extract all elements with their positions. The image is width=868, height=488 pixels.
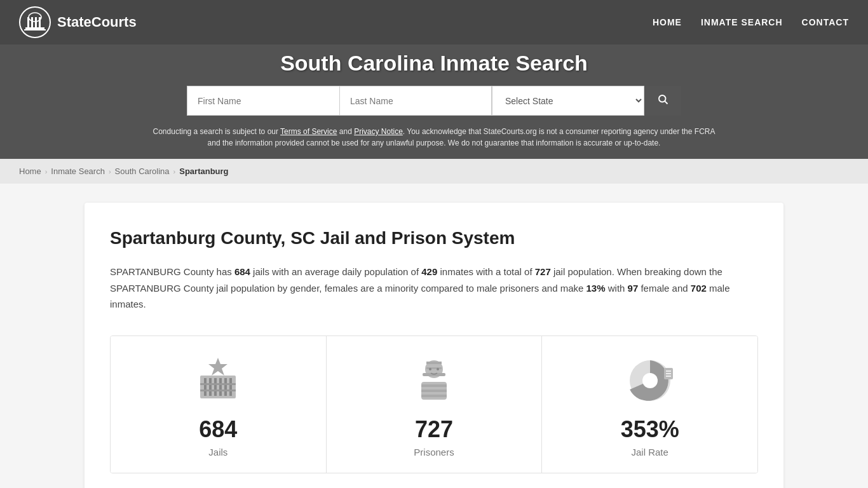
svg-rect-30: [421, 395, 447, 397]
search-button[interactable]: [644, 86, 681, 116]
prisoners-label: Prisoners: [414, 447, 454, 458]
nav-inmate-search[interactable]: INMATE SEARCH: [701, 17, 783, 27]
main-content: Spartanburg County, SC Jail and Prison S…: [85, 203, 783, 488]
svg-rect-28: [421, 384, 447, 387]
svg-rect-24: [426, 367, 442, 369]
header-title: South Carolina Inmate Search: [13, 51, 855, 76]
desc-female-count: 97: [628, 283, 639, 294]
search-bar: Select StateAlabamaAlaskaArizonaArkansas…: [13, 86, 855, 116]
svg-rect-23: [426, 365, 442, 367]
site-header: StateCourts HOME INMATE SEARCH CONTACT S…: [0, 0, 868, 159]
breadcrumb: Home › Inmate Search › South Carolina › …: [0, 159, 868, 184]
svg-rect-13: [209, 378, 212, 396]
last-name-input[interactable]: [339, 86, 492, 116]
breadcrumb-inmate-search[interactable]: Inmate Search: [51, 166, 105, 176]
svg-rect-29: [421, 390, 447, 392]
svg-rect-2: [27, 17, 29, 27]
jail-rate-number: 353%: [621, 416, 679, 443]
logo-icon: [19, 6, 51, 38]
jails-label: Jails: [208, 447, 227, 458]
description: SPARTANBURG County has 684 jails with an…: [110, 264, 758, 313]
disclaimer: Conducting a search is subject to our Te…: [148, 126, 720, 159]
svg-rect-17: [229, 378, 232, 396]
breadcrumb-home[interactable]: Home: [19, 166, 41, 176]
svg-point-32: [642, 373, 658, 388]
breadcrumb-sep-3: ›: [173, 168, 176, 175]
svg-rect-6: [25, 27, 44, 29]
navbar: StateCourts HOME INMATE SEARCH CONTACT: [0, 0, 868, 44]
svg-point-26: [437, 368, 439, 370]
nav-contact[interactable]: CONTACT: [802, 17, 849, 27]
desc-jails: 684: [234, 266, 250, 277]
desc-total-pop: 727: [535, 266, 551, 277]
desc-avg-pop: 429: [421, 266, 437, 277]
svg-rect-14: [214, 378, 217, 396]
svg-rect-3: [31, 17, 33, 27]
svg-rect-18: [200, 383, 236, 385]
breadcrumb-sep-1: ›: [45, 168, 48, 175]
svg-rect-16: [224, 378, 227, 396]
jail-rate-label: Jail Rate: [632, 447, 668, 458]
page-heading: Spartanburg County, SC Jail and Prison S…: [110, 228, 758, 248]
jails-number: 684: [199, 416, 237, 443]
svg-rect-22: [426, 362, 442, 364]
nav-home[interactable]: HOME: [653, 17, 682, 27]
stat-card-jails: 684 Jails: [111, 336, 327, 473]
svg-point-8: [659, 95, 666, 102]
privacy-link[interactable]: Privacy Notice: [354, 127, 403, 136]
terms-link[interactable]: Terms of Service: [280, 127, 337, 136]
breadcrumb-current: Spartanburg: [179, 166, 228, 176]
svg-point-25: [429, 368, 431, 370]
prisoner-icon: [409, 355, 459, 406]
svg-line-9: [665, 101, 667, 104]
svg-rect-15: [219, 378, 222, 396]
first-name-input[interactable]: [187, 86, 339, 116]
desc-male-count: 702: [691, 283, 707, 294]
nav-links: HOME INMATE SEARCH CONTACT: [653, 17, 849, 27]
breadcrumb-state[interactable]: South Carolina: [115, 166, 170, 176]
logo-area[interactable]: StateCourts: [19, 6, 653, 38]
svg-rect-4: [35, 17, 37, 27]
svg-rect-12: [204, 378, 207, 396]
svg-marker-10: [208, 358, 227, 376]
svg-rect-19: [200, 390, 236, 391]
state-select[interactable]: Select StateAlabamaAlaskaArizonaArkansas…: [492, 86, 644, 116]
desc-county: SPARTANBURG: [110, 266, 181, 277]
desc-female-pct: 13%: [587, 283, 606, 294]
search-icon: [657, 93, 668, 105]
svg-rect-5: [39, 17, 41, 27]
stat-card-jail-rate: 353% Jail Rate: [542, 336, 757, 473]
site-name: StateCourts: [57, 14, 137, 30]
stats-row: 684 Jails: [110, 336, 758, 473]
jail-icon: [193, 355, 243, 406]
prisoners-number: 727: [415, 416, 453, 443]
header-content: South Carolina Inmate Search Select Stat…: [0, 44, 868, 159]
breadcrumb-sep-2: ›: [109, 168, 111, 175]
pie-chart-icon: [625, 355, 675, 406]
svg-rect-7: [24, 29, 46, 30]
stat-card-prisoners: 727 Prisoners: [327, 336, 543, 473]
